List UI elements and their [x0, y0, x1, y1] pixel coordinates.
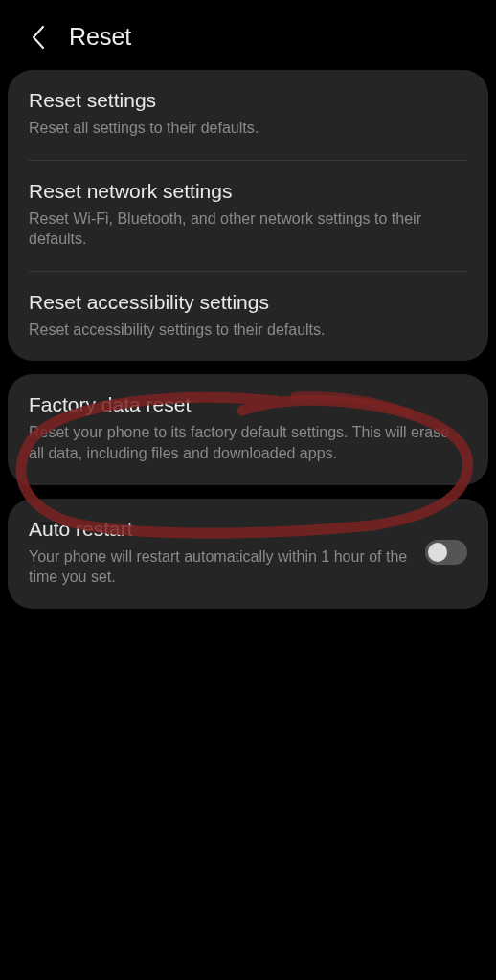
item-desc: Your phone will restart automatically wi… — [29, 546, 414, 588]
auto-restart-toggle[interactable] — [425, 540, 467, 565]
chevron-left-icon — [31, 25, 46, 50]
auto-restart-item[interactable]: Auto restart Your phone will restart aut… — [8, 499, 488, 609]
reset-options-card: Reset settings Reset all settings to the… — [8, 70, 488, 361]
item-desc: Reset your phone to its factory default … — [29, 422, 467, 463]
auto-restart-card: Auto restart Your phone will restart aut… — [8, 499, 488, 609]
item-text: Auto restart Your phone will restart aut… — [29, 518, 425, 588]
reset-accessibility-settings-item[interactable]: Reset accessibility settings Reset acces… — [8, 272, 488, 362]
toggle-knob — [428, 543, 447, 562]
reset-settings-item[interactable]: Reset settings Reset all settings to the… — [8, 70, 488, 160]
item-title: Reset network settings — [29, 180, 467, 203]
item-desc: Reset Wi-Fi, Bluetooth, and other networ… — [29, 209, 467, 250]
factory-reset-card: Factory data reset Reset your phone to i… — [8, 374, 488, 484]
page-title: Reset — [69, 23, 131, 51]
item-title: Auto restart — [29, 518, 414, 541]
header: Reset — [0, 0, 496, 70]
item-desc: Reset accessibility settings to their de… — [29, 320, 467, 341]
item-desc: Reset all settings to their defaults. — [29, 118, 467, 139]
factory-data-reset-item[interactable]: Factory data reset Reset your phone to i… — [8, 374, 488, 484]
content: Reset settings Reset all settings to the… — [0, 70, 496, 609]
back-button[interactable] — [27, 26, 50, 49]
reset-network-settings-item[interactable]: Reset network settings Reset Wi-Fi, Blue… — [8, 161, 488, 271]
item-title: Reset settings — [29, 89, 467, 112]
item-title: Reset accessibility settings — [29, 291, 467, 314]
item-title: Factory data reset — [29, 393, 467, 416]
